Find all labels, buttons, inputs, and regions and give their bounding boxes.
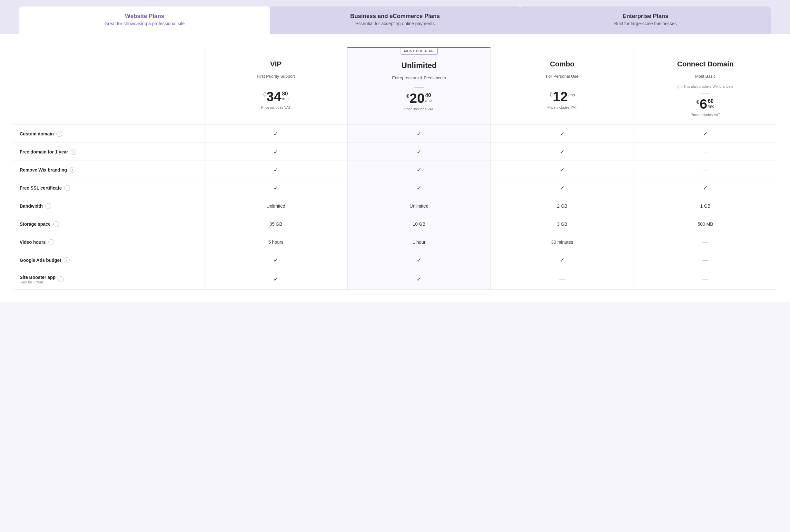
feature-value-2-2: ✓ [490, 161, 634, 178]
feature-label-2: Remove Wix branding [20, 167, 67, 172]
check-mark: ✓ [417, 276, 421, 283]
currency-unlimited: € [406, 94, 409, 99]
plan-tagline-vip: First Priority Support [211, 70, 341, 82]
currency-vip: € [263, 92, 266, 98]
feature-value-4-3: 1 GB [634, 197, 777, 215]
check-mark: ✓ [274, 148, 278, 155]
dash-mark: — [702, 276, 709, 283]
feature-label-cell-7: Google Ads budget i [13, 251, 204, 269]
feature-value-4-1: Unlimited [347, 197, 490, 215]
check-mark: ✓ [560, 130, 565, 137]
feature-info-icon-8[interactable]: i [58, 276, 64, 282]
price-decimal-connect: 60 [708, 99, 714, 104]
feature-info-icon-1[interactable]: i [71, 149, 76, 155]
price-block-connect: € 6 60 /mo [640, 97, 770, 111]
tab-bar: Website Plans Great for showcasing a pro… [0, 0, 790, 34]
price-period-unlimited: /mo [425, 98, 432, 103]
feature-label-text-1: Free domain for 1 year [20, 149, 68, 155]
price-period-connect: /mo [708, 104, 714, 109]
price-integer-vip: 34 [266, 90, 282, 103]
feature-value-4-0: Unlimited [204, 197, 347, 215]
feature-value-6-3: — [634, 233, 777, 251]
dash-mark: — [702, 239, 709, 245]
price-block-unlimited: € 20 40 /mo [354, 92, 484, 105]
price-decimal-unlimited: 40 [425, 93, 431, 98]
feature-label-text-7: Google Ads budget [20, 257, 61, 263]
feature-row-4: Bandwidth i UnlimitedUnlimited2 GB1 GB [13, 197, 777, 215]
feature-info-icon-7[interactable]: i [64, 257, 70, 263]
feature-info-icon-6[interactable]: i [49, 239, 54, 245]
price-vat-combo: Price includes VAT [497, 106, 627, 109]
feature-label-cell-8: Site Booster app Free for 1 Year i [13, 269, 204, 289]
feature-value-7-2: ✓ [490, 251, 634, 269]
check-mark: ✓ [274, 166, 278, 173]
check-mark: ✓ [274, 185, 278, 191]
price-integer-connect: 6 [700, 97, 707, 111]
currency-combo: € [549, 92, 552, 98]
feature-value-0-1: ✓ [347, 125, 490, 142]
plan-header-unlimited: MOST POPULAR Unlimited Entrepreneurs & F… [347, 47, 490, 125]
feature-value-1-2: ✓ [490, 143, 634, 160]
check-mark: ✓ [417, 130, 421, 137]
feature-label-cell-0: Custom domain i [13, 125, 204, 142]
plan-tagline-unlimited: Entrepreneurs & Freelancers [354, 72, 484, 83]
plan-header-vip: VIP First Priority Support € 34 80 /mo P… [204, 47, 347, 125]
wix-branding-info-icon: i [677, 85, 682, 89]
plan-header-combo: Combo For Personal Use € 12 /mo Price in… [490, 47, 634, 125]
price-period-vip: /mo [282, 96, 288, 102]
check-mark: ✓ [560, 148, 565, 155]
feature-info-icon-5[interactable]: i [53, 221, 59, 227]
price-vat-unlimited: Price includes VAT [354, 107, 484, 111]
feature-label-7: Google Ads budget [20, 258, 61, 263]
feature-value-6-0: 5 hours [204, 233, 347, 251]
feature-value-2-3: — [634, 161, 777, 178]
feature-label-cell-3: Free SSL certificate i [13, 179, 204, 197]
check-mark: ✓ [417, 148, 421, 155]
feature-info-icon-3[interactable]: i [64, 185, 70, 191]
feature-label-cell-1: Free domain for 1 year i [13, 143, 204, 160]
check-mark: ✓ [703, 185, 708, 191]
plan-name-connect: Connect Domain [640, 60, 770, 68]
feature-value-0-2: ✓ [490, 125, 634, 142]
feature-value-7-0: ✓ [204, 251, 347, 269]
feature-label-text-5: Storage space [20, 221, 51, 227]
dash-mark: — [702, 148, 709, 155]
check-mark: ✓ [274, 130, 278, 137]
price-block-vip: € 34 80 /mo [211, 90, 341, 103]
feature-label-text-6: Video hours [20, 239, 46, 245]
feature-value-8-0: ✓ [204, 269, 347, 289]
dash-mark: — [702, 256, 709, 263]
most-popular-badge: MOST POPULAR [400, 48, 437, 55]
feature-value-3-0: ✓ [204, 179, 347, 197]
feature-value-5-1: 10 GB [347, 215, 490, 233]
price-vat-connect: Price includes VAT [640, 113, 770, 117]
feature-value-8-3: — [634, 269, 777, 289]
plan-header-connect: Connect Domain Most Basic i This plan di… [634, 47, 777, 125]
feature-value-6-1: 1 hour [347, 233, 490, 251]
price-decimal-block-vip: 80 /mo [282, 90, 288, 102]
feature-info-icon-2[interactable]: i [70, 167, 75, 173]
feature-info-icon-4[interactable]: i [45, 203, 51, 209]
feature-value-5-2: 3 GB [490, 215, 634, 233]
feature-value-1-0: ✓ [204, 143, 347, 160]
price-integer-unlimited: 20 [410, 92, 425, 105]
price-block-combo: € 12 /mo [497, 90, 627, 103]
feature-row-8: Site Booster app Free for 1 Year i ✓✓—— [13, 269, 777, 289]
feature-label-3: Free SSL certificate [20, 185, 61, 191]
feature-value-7-1: ✓ [347, 251, 490, 269]
check-mark: ✓ [703, 130, 708, 137]
feature-value-1-3: — [634, 143, 777, 160]
tab-business[interactable]: Business and eCommerce Plans Essential f… [270, 6, 521, 34]
plan-divider-vip [271, 86, 281, 86]
tab-enterprise[interactable]: Enterprise Plans Built for large-scale b… [520, 6, 771, 34]
check-mark: ✓ [560, 256, 565, 264]
feature-row-5: Storage space i 35 GB10 GB3 GB500 MB [13, 215, 777, 233]
tab-subtitle-enterprise: Built for large-scale businesses [530, 21, 761, 26]
feature-label-4: Bandwidth [20, 204, 43, 209]
tab-website[interactable]: Website Plans Great for showcasing a pro… [19, 6, 270, 34]
feature-label-1: Free domain for 1 year [20, 149, 68, 154]
check-mark: ✓ [274, 276, 278, 283]
feature-info-icon-0[interactable]: i [56, 131, 62, 137]
dash-mark: — [560, 276, 565, 283]
tab-subtitle-website: Great for showcasing a professional site [29, 21, 260, 26]
